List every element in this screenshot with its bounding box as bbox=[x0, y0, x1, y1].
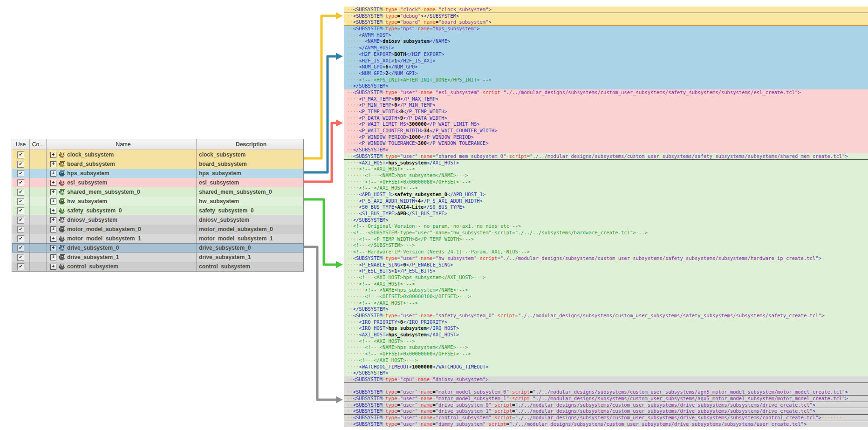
code-line[interactable]: ····<H2F_IS_AXI>1</H2F_IS_AXI> bbox=[344, 58, 868, 64]
code-line[interactable]: ····<P_WINDOW_PERIOD>1000</P_WINDOW_PERI… bbox=[344, 134, 868, 141]
code-line[interactable]: ····<P_WAIT_LIMIT_MS>300000</P_WAIT_LIMI… bbox=[344, 121, 868, 128]
expand-icon[interactable]: + bbox=[50, 180, 56, 186]
code-line[interactable]: ······<!--·<OFFSET>0x00000080</OFFSET>·-… bbox=[344, 179, 868, 185]
code-line[interactable]: ··<!--·<SUBSYSTEM·type="user"·name="hw_s… bbox=[344, 230, 868, 236]
description-cell[interactable]: motor_model_subsystem_1 bbox=[197, 234, 303, 243]
column-header-name[interactable]: Name bbox=[47, 139, 197, 150]
code-line[interactable]: ····<P_ESL_BITS>1</P_ESL_BITS> bbox=[344, 268, 868, 274]
code-line[interactable]: ····<!--·</AXI_HOST>·--> bbox=[344, 357, 868, 364]
expand-icon[interactable]: + bbox=[50, 161, 56, 167]
code-line[interactable]: ··</SUBSYSTEM> bbox=[344, 217, 868, 224]
code-line[interactable]: ····<!--·</AXI_HOST>·--> bbox=[344, 300, 868, 307]
description-cell[interactable]: drive_subsystem_1 bbox=[197, 253, 303, 262]
code-line[interactable]: ······<!--·<OFFSET>0x00000100</OFFSET>·-… bbox=[344, 293, 868, 300]
use-checkbox[interactable]: ✔ bbox=[17, 170, 24, 177]
code-line[interactable]: ····<H2F_EXPORT>BOTH</H2F_EXPORT> bbox=[344, 51, 868, 58]
code-line[interactable]: ····<!--·</AXI_HOST>·--> bbox=[344, 185, 868, 191]
code-line[interactable]: ····<!--·<AXI_HOST>·--> bbox=[344, 338, 868, 345]
code-line[interactable]: ····<P_ENABLE_SING>0</P_ENABLE_SING> bbox=[344, 262, 868, 268]
code-line[interactable]: ······<!--·<NAME>hps_subsystem</NAME>·--… bbox=[344, 344, 868, 351]
use-checkbox[interactable]: ✔ bbox=[17, 161, 24, 168]
name-cell[interactable]: +safety_subsystem_0 bbox=[47, 206, 197, 215]
table-row-motor_model_subsystem_0[interactable]: ✔+motor_model_subsystem_0motor_model_sub… bbox=[12, 225, 303, 234]
code-line[interactable]: ····<S1_BUS_TYPE>APB</S1_BUS_TYPE> bbox=[344, 211, 868, 217]
code-line[interactable]: ····<APB_HOST_1>safety_subsystem_0</APB_… bbox=[344, 191, 868, 198]
expand-icon[interactable]: + bbox=[50, 171, 56, 177]
code-line[interactable]: ··<SUBSYSTEM·type="clock"·name="clock_su… bbox=[344, 7, 868, 13]
code-line[interactable] bbox=[344, 383, 868, 389]
code-line[interactable]: ····<NUM_GPI>2</NUM_GPI> bbox=[344, 70, 868, 77]
description-cell[interactable]: board_subsystem bbox=[197, 159, 303, 169]
table-row-board_subsystem[interactable]: ✔+board_subsystemboard_subsystem bbox=[12, 159, 303, 169]
code-line[interactable]: ····<!--·<AXI_HOST>·--> bbox=[344, 281, 868, 287]
code-line[interactable]: ······<!--·<NAME>hps_subsystem</NAME>·--… bbox=[344, 287, 868, 293]
code-line[interactable]: ····<P_S_AXI_ADDR_WIDTH>4</P_S_AXI_ADDR_… bbox=[344, 198, 868, 205]
code-line[interactable]: ····</AVMM_HOST> bbox=[344, 45, 868, 51]
table-row-drive_subsystem_0[interactable]: ✔+drive_subsystem_0drive_subsystem_0 bbox=[12, 243, 303, 253]
column-header-description[interactable]: Description bbox=[197, 139, 303, 150]
code-line[interactable]: ··</SUBSYSTEM> bbox=[344, 306, 868, 313]
use-checkbox[interactable]: ✔ bbox=[17, 207, 24, 214]
expand-icon[interactable]: + bbox=[50, 226, 56, 232]
code-line[interactable]: ··<SUBSYSTEM·type="user"·name="motor_mod… bbox=[344, 396, 868, 402]
code-line[interactable]: ····<P_WINDOW_TOLERANCE>300</P_WINDOW_TO… bbox=[344, 140, 868, 147]
expand-icon[interactable]: + bbox=[50, 208, 56, 214]
use-checkbox[interactable]: ✔ bbox=[17, 263, 24, 270]
table-row-esl_subsystem[interactable]: ✔+esl_subsystemesl_subsystem bbox=[12, 178, 303, 187]
description-cell[interactable]: control_subsystem bbox=[197, 262, 303, 271]
name-cell[interactable]: +motor_model_subsystem_1 bbox=[47, 234, 197, 243]
column-header-connections[interactable]: Co... bbox=[30, 139, 47, 150]
use-checkbox[interactable]: ✔ bbox=[17, 235, 24, 242]
table-row-shared_mem_subsystem_0[interactable]: ✔+shared_mem_subsystem_0shared_mem_subsy… bbox=[12, 187, 303, 197]
code-line[interactable]: ····<IRQ_HOST>hps_subsystem</IRQ_HOST> bbox=[344, 325, 868, 332]
code-line[interactable]: ··<SUBSYSTEM·type="debug"></SUBSYSTEM> bbox=[344, 13, 868, 20]
description-cell[interactable]: dniosv_subsystem bbox=[197, 215, 303, 225]
code-line[interactable]: ··<SUBSYSTEM·type="user"·name="control_s… bbox=[344, 415, 868, 421]
description-cell[interactable]: safety_subsystem_0 bbox=[197, 206, 303, 215]
table-row-hps_subsystem[interactable]: ✔+hps_subsystemhps_subsystem bbox=[12, 169, 303, 178]
code-line[interactable]: ······<NAME>dniosv_subsystem</NAME> bbox=[344, 38, 868, 45]
expand-icon[interactable]: + bbox=[50, 245, 56, 251]
code-line[interactable]: ··<SUBSYSTEM·type="user"·name="safety_su… bbox=[344, 313, 868, 319]
description-cell[interactable]: motor_model_subsystem_0 bbox=[197, 225, 303, 234]
use-checkbox[interactable]: ✔ bbox=[17, 151, 24, 158]
code-line[interactable]: ······<!--·<OFFSET>0x00000000</OFFSET>·-… bbox=[344, 351, 868, 357]
name-cell[interactable]: +drive_subsystem_1 bbox=[47, 253, 197, 262]
name-cell[interactable]: +hw_subsystem bbox=[47, 197, 197, 206]
code-line[interactable]: ··<SUBSYSTEM·type="user"·name="hw_subsys… bbox=[344, 255, 868, 262]
table-row-dniosv_subsystem[interactable]: ✔+dniosv_subsystemdniosv_subsystem bbox=[12, 215, 303, 225]
code-line[interactable]: ··</SUBSYSTEM> bbox=[344, 370, 868, 376]
description-cell[interactable]: drive_subsystem_0 bbox=[197, 243, 303, 253]
description-cell[interactable]: esl_subsystem bbox=[197, 178, 303, 187]
code-line[interactable]: ··<SUBSYSTEM·type="user"·name="motor_mod… bbox=[344, 389, 868, 396]
description-cell[interactable]: clock_subsystem bbox=[197, 150, 303, 159]
code-line[interactable]: ····<WATCHDOG_TIMEOUT>1000000</WATCHDOG_… bbox=[344, 364, 868, 370]
expand-icon[interactable]: + bbox=[50, 198, 56, 205]
table-row-drive_subsystem_1[interactable]: ✔+drive_subsystem_1drive_subsystem_1 bbox=[12, 253, 303, 262]
code-line[interactable]: ····<P_MIN_TEMP>0</P_MIN_TEMP> bbox=[344, 102, 868, 109]
table-row-clock_subsystem[interactable]: ✔+clock_subsystemclock_subsystem bbox=[12, 150, 303, 159]
code-line[interactable]: ··</SUBSYSTEM> bbox=[344, 83, 868, 89]
code-line[interactable]: ··</SUBSYSTEM> bbox=[344, 147, 868, 153]
code-line[interactable]: ····<AXI_HOST>hps_subsystem</AXI_HOST> bbox=[344, 332, 868, 338]
code-line[interactable]: ····<!--·<P_TEMP_WIDTH>8</P_TEMP_WIDTH>·… bbox=[344, 236, 868, 243]
use-checkbox[interactable]: ✔ bbox=[17, 245, 24, 252]
description-cell[interactable]: hw_subsystem bbox=[197, 197, 303, 206]
code-line[interactable]: ··<SUBSYSTEM·type="user"·name="drive_sub… bbox=[344, 408, 868, 415]
name-cell[interactable]: +esl_subsystem bbox=[47, 178, 197, 187]
use-checkbox[interactable]: ✔ bbox=[17, 179, 24, 186]
xml-editor[interactable]: ··<SUBSYSTEM·type="clock"·name="clock_su… bbox=[344, 7, 868, 427]
table-row-safety_subsystem_0[interactable]: ✔+safety_subsystem_0safety_subsystem_0 bbox=[12, 206, 303, 215]
code-line[interactable]: ··<SUBSYSTEM·type="user"·name="esl_subsy… bbox=[344, 89, 868, 96]
name-cell[interactable]: +clock_subsystem bbox=[47, 150, 197, 159]
code-line[interactable]: ····<P_DATA_WIDTH>9</P_DATA_WIDTH> bbox=[344, 115, 868, 122]
name-cell[interactable]: +shared_mem_subsystem_0 bbox=[47, 187, 197, 197]
description-cell[interactable]: shared_mem_subsystem_0 bbox=[197, 187, 303, 197]
code-line[interactable]: ··<!--·</SUBSYSTEM>·--> bbox=[344, 242, 868, 249]
use-checkbox[interactable]: ✔ bbox=[17, 189, 24, 196]
name-cell[interactable]: +dniosv_subsystem bbox=[47, 215, 197, 225]
expand-icon[interactable]: + bbox=[50, 152, 56, 158]
code-line[interactable]: ····<!--·<AXI_HOST>·--> bbox=[344, 166, 868, 172]
code-line[interactable]: ····<P_TEMP_WIDTH>8</P_TEMP_WIDTH> bbox=[344, 109, 868, 115]
code-line[interactable]: ··<SUBSYSTEM·type="hps"·name="hps_subsys… bbox=[344, 26, 868, 32]
